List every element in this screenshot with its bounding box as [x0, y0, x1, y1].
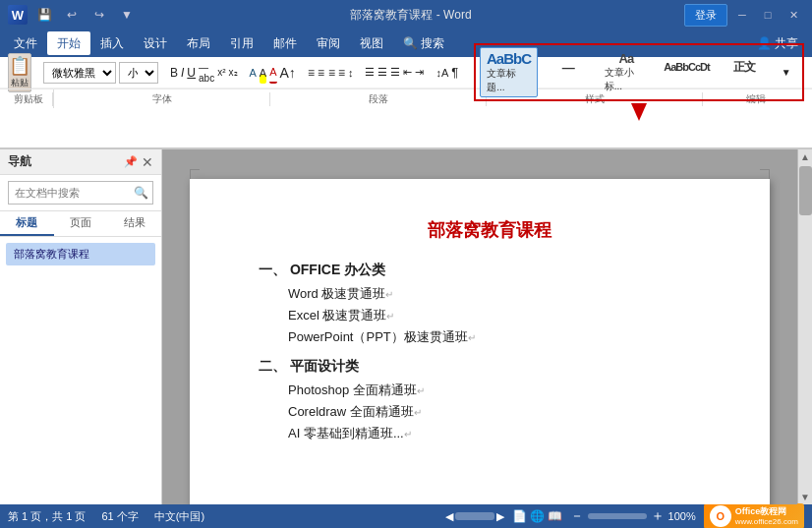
- menu-home[interactable]: 开始: [47, 31, 90, 55]
- undo-button[interactable]: ↩: [61, 4, 83, 26]
- nav-title: 导航: [8, 153, 31, 170]
- sort-button[interactable]: ↕A: [435, 62, 448, 84]
- decrease-indent-button[interactable]: ⇤: [403, 62, 412, 84]
- nav-close-button[interactable]: ✕: [142, 154, 153, 170]
- align-right-button[interactable]: ≡: [328, 62, 335, 84]
- scroll-down-button[interactable]: ▼: [798, 490, 812, 504]
- menu-insert[interactable]: 插入: [90, 31, 134, 55]
- font-size-up[interactable]: A↑: [280, 62, 296, 84]
- strikethrough-button[interactable]: — abc: [199, 62, 214, 84]
- zoom-slider[interactable]: [588, 513, 647, 519]
- text-effects-button[interactable]: A: [250, 62, 257, 84]
- zoom-out-button[interactable]: －: [570, 507, 584, 525]
- align-left-button[interactable]: ≡: [308, 62, 315, 84]
- font-label: 字体: [54, 92, 270, 106]
- redo-button[interactable]: ↪: [88, 4, 110, 26]
- nav-tab-results[interactable]: 结果: [107, 211, 161, 236]
- superscript-button[interactable]: x²: [217, 62, 225, 84]
- subscript-button[interactable]: x₂: [229, 62, 238, 84]
- office-logo-line2: www.office26.com: [735, 517, 798, 527]
- bullets-button[interactable]: ☰: [365, 62, 375, 84]
- nav-tab-headings[interactable]: 标题: [0, 211, 54, 236]
- nav-content: 部落窝教育课程: [0, 237, 161, 271]
- save-button[interactable]: 💾: [33, 4, 55, 26]
- scroll-left-button[interactable]: ◀: [445, 510, 453, 523]
- status-bar: 第 1 页，共 1 页 61 个字 中文(中国) ◀ ▶ 📄 🌐 📖 － ＋ 1…: [0, 504, 812, 528]
- nav-pin-button[interactable]: 📌: [124, 155, 138, 168]
- nav-panel: 导航 📌 ✕ 🔍 标题 页面 结果 部落窝教育课程: [0, 149, 162, 504]
- style-normal-button[interactable]: AaBbCcDt: [660, 59, 714, 86]
- read-view-button[interactable]: 📖: [548, 509, 562, 523]
- scroll-up-button[interactable]: ▲: [798, 149, 812, 164]
- doc-item-ppt: PowerPoint（PPT）极速贯通班: [288, 328, 721, 346]
- zoom-level: 100%: [668, 510, 696, 522]
- office-logo-circle: O: [710, 505, 731, 527]
- styles-expand-button[interactable]: ▼: [775, 62, 798, 84]
- font-color-button[interactable]: A: [269, 62, 276, 84]
- language-indicator: 中文(中国): [154, 509, 204, 524]
- doc-area: 部落窝教育课程 一、 OFFICE 办公类 Word 极速贯通班 Excel 极…: [162, 149, 797, 504]
- style-body-button[interactable]: 正文: [720, 57, 769, 88]
- menu-review[interactable]: 审阅: [307, 31, 350, 55]
- style-dash-button[interactable]: —: [544, 58, 593, 88]
- style-arrow-indicator: [631, 103, 647, 121]
- minimize-button[interactable]: ─: [731, 4, 753, 26]
- align-center-button[interactable]: ≡: [318, 62, 325, 84]
- customize-button[interactable]: ▼: [116, 4, 138, 26]
- zoom-in-button[interactable]: ＋: [651, 507, 665, 525]
- doc-item-excel: Excel 极速贯通班: [288, 307, 721, 324]
- numbering-button[interactable]: ☰: [377, 62, 387, 84]
- section-2-heading: 二、 平面设计类: [259, 358, 721, 376]
- close-button[interactable]: ✕: [783, 4, 804, 26]
- nav-search-input[interactable]: [9, 182, 130, 204]
- style-subheading-button[interactable]: Aa 文章小标...: [599, 49, 654, 95]
- highlight-button[interactable]: A: [260, 62, 266, 84]
- maximize-button[interactable]: □: [757, 4, 779, 26]
- increase-indent-button[interactable]: ⇥: [415, 62, 424, 84]
- menu-search[interactable]: 🔍 搜索: [393, 31, 454, 55]
- title-bar-left: W 💾 ↩ ↪ ▼: [8, 4, 138, 26]
- nav-tab-pages[interactable]: 页面: [54, 211, 108, 236]
- main-content: 导航 📌 ✕ 🔍 标题 页面 结果 部落窝教育课程: [0, 149, 812, 504]
- multilevel-list-button[interactable]: ☰: [390, 62, 400, 84]
- nav-heading-item[interactable]: 部落窝教育课程: [6, 243, 155, 265]
- show-marks-button[interactable]: ¶: [451, 62, 458, 84]
- nav-tabs: 标题 页面 结果: [0, 211, 161, 237]
- menu-design[interactable]: 设计: [134, 31, 177, 55]
- document-page[interactable]: 部落窝教育课程 一、 OFFICE 办公类 Word 极速贯通班 Excel 极…: [190, 179, 770, 504]
- login-button[interactable]: 登录: [684, 4, 727, 27]
- doc-item-ai: AI 零基础到精通班...: [288, 425, 721, 442]
- clipboard-label: 剪贴板: [4, 92, 53, 106]
- vertical-scrollbar[interactable]: ▲ ▼: [797, 149, 812, 504]
- menu-references[interactable]: 引用: [220, 31, 263, 55]
- font-size-selector[interactable]: 小二: [119, 62, 158, 84]
- scroll-right-button[interactable]: ▶: [496, 510, 504, 523]
- menu-mail[interactable]: 邮件: [263, 31, 307, 55]
- underline-button[interactable]: U: [187, 62, 196, 84]
- menu-file[interactable]: 文件: [4, 31, 47, 55]
- doc-item-coreldraw: Coreldraw 全面精通班: [288, 403, 721, 421]
- font-name-selector[interactable]: 微软雅黑: [43, 62, 116, 84]
- nav-search-area: 🔍: [0, 175, 161, 211]
- corner-tr: [760, 169, 770, 179]
- page-indicator: 第 1 页，共 1 页: [8, 509, 86, 524]
- nav-header: 导航 📌 ✕: [0, 149, 161, 175]
- office-logo-line1: Office教程网: [735, 506, 798, 517]
- office-logo-text: Office教程网 www.office26.com: [735, 506, 798, 526]
- web-view-button[interactable]: 🌐: [530, 509, 545, 523]
- line-spacing-button[interactable]: ↕: [348, 62, 354, 84]
- justify-button[interactable]: ≡: [338, 62, 345, 84]
- doc-item-ps: Photoshop 全面精通班: [288, 381, 721, 399]
- style-heading-button[interactable]: AaBbC 文章标题...: [480, 47, 537, 97]
- menu-layout[interactable]: 布局: [177, 31, 220, 55]
- menu-view[interactable]: 视图: [350, 31, 393, 55]
- nav-search-icon[interactable]: 🔍: [130, 186, 152, 200]
- h-scrollbar[interactable]: [455, 512, 494, 520]
- bold-button[interactable]: B: [170, 62, 178, 84]
- print-view-button[interactable]: 📄: [512, 509, 527, 523]
- scroll-thumb[interactable]: [799, 166, 812, 215]
- window-title: 部落窝教育课程 - Word: [138, 7, 684, 24]
- paste-button[interactable]: 📋 粘贴: [8, 53, 31, 92]
- horizontal-scroll: ◀ ▶: [445, 510, 504, 523]
- italic-button[interactable]: I: [181, 62, 184, 84]
